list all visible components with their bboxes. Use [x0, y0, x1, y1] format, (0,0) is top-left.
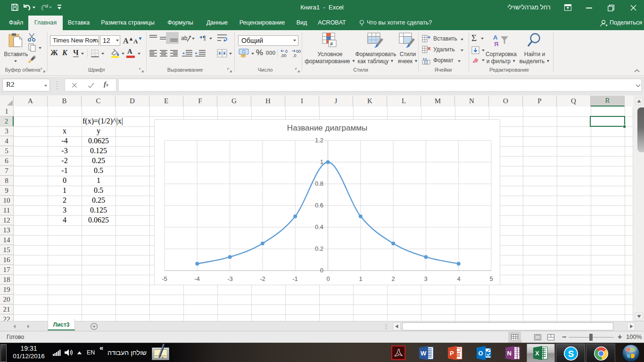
svg-text:X: X [535, 350, 539, 357]
svg-text:Я: Я [494, 41, 498, 48]
svg-text:00: 00 [296, 49, 301, 54]
svg-text:А: А [493, 34, 498, 41]
svg-text:,00: ,00 [281, 53, 287, 58]
svg-text:,0: ,0 [293, 53, 297, 58]
svg-text:W: W [421, 350, 427, 357]
svg-text:¶: ¶ [203, 34, 206, 41]
svg-text:S: S [568, 349, 574, 359]
svg-text:≠: ≠ [330, 41, 333, 47]
svg-text:P: P [450, 350, 454, 357]
svg-text:N: N [507, 350, 512, 357]
svg-text:O: O [479, 350, 483, 357]
svg-text:ab: ab [181, 35, 188, 41]
